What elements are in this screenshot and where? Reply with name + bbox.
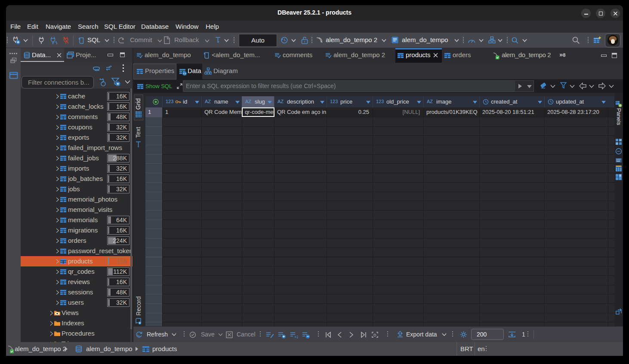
- svg-text:×2: ×2: [294, 335, 298, 339]
- svg-text:D: D: [373, 333, 376, 337]
